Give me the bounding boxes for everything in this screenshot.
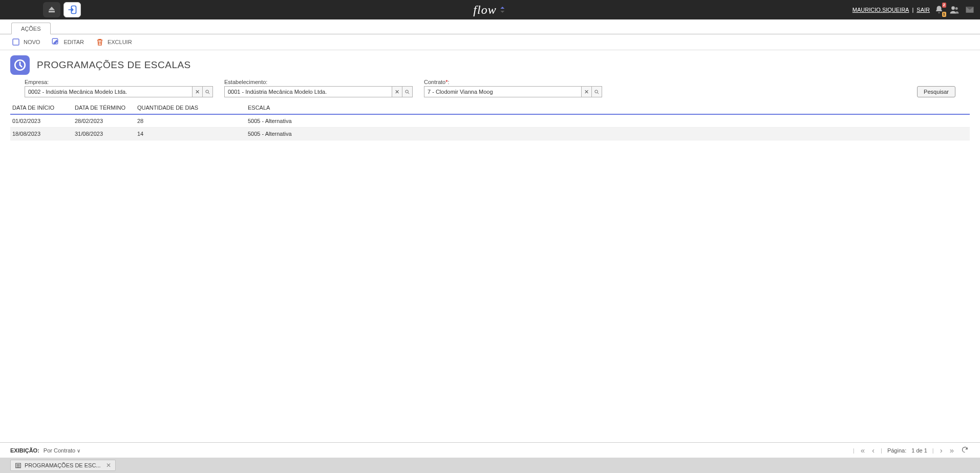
mail-icon (965, 5, 975, 15)
empresa-input[interactable] (25, 87, 192, 97)
col-header-end[interactable]: DATA DE TÉRMINO (75, 105, 137, 111)
delete-icon (95, 37, 104, 47)
estabelecimento-search-button[interactable] (402, 87, 412, 97)
nav-home-button[interactable] (43, 2, 60, 17)
contrato-input[interactable] (424, 87, 581, 97)
contrato-search-button[interactable] (591, 87, 602, 97)
topbar-left-controls (43, 2, 81, 17)
page-title: PROGRAMAÇÕES DE ESCALAS (37, 59, 191, 71)
filter-contrato: Contrato*: ✕ (424, 79, 602, 97)
empresa-label: Empresa: (25, 79, 213, 85)
topbar-right: MAURICIO.SIQUEIRA | SAIR 2 1 (853, 4, 976, 16)
new-icon (11, 37, 20, 47)
cell-start: 01/02/2023 (12, 118, 75, 124)
cell-scale: 5005 - Alternativa (248, 131, 968, 137)
cell-scale: 5005 - Alternativa (248, 118, 968, 124)
empresa-clear-button[interactable]: ✕ (192, 87, 202, 97)
excluir-label: EXCLUIR (108, 39, 132, 45)
estabelecimento-lookup: ✕ (224, 86, 413, 97)
username-link[interactable]: MAURICIO.SIQUEIRA (853, 7, 909, 13)
eject-icon (47, 5, 56, 14)
col-header-start[interactable]: DATA DE INÍCIO (12, 105, 75, 111)
logo-arrows-icon (499, 6, 507, 14)
estabelecimento-input[interactable] (225, 87, 392, 97)
empresa-search-button[interactable] (202, 87, 212, 97)
edit-icon (51, 37, 60, 47)
svg-point-3 (955, 7, 958, 10)
notif-badge-red: 2 (942, 3, 946, 8)
users-button[interactable] (948, 4, 961, 16)
separator: | (912, 7, 913, 13)
contrato-clear-button[interactable]: ✕ (581, 87, 591, 97)
svg-point-2 (951, 6, 955, 10)
enter-icon (67, 5, 77, 15)
magnifier-icon (404, 89, 410, 95)
logo-text: flow (473, 3, 496, 17)
page-title-icon (10, 55, 30, 75)
contrato-label: Contrato*: (424, 79, 602, 85)
col-header-days[interactable]: QUANTIDADE DE DIAS (137, 105, 248, 111)
cell-end: 31/08/2023 (75, 131, 137, 137)
table-row[interactable]: 01/02/2023 28/02/2023 28 5005 - Alternat… (10, 115, 970, 128)
ribbon-tabstrip: AÇÕES (0, 20, 980, 34)
empresa-lookup: ✕ (25, 86, 213, 97)
nav-enter-button[interactable] (63, 2, 81, 17)
cell-days: 28 (137, 118, 248, 124)
excluir-button[interactable]: EXCLUIR (95, 37, 132, 47)
estabelecimento-clear-button[interactable]: ✕ (392, 87, 402, 97)
mail-button[interactable] (964, 4, 976, 16)
magnifier-icon (205, 89, 210, 95)
cell-days: 14 (137, 131, 248, 137)
svg-point-10 (595, 90, 598, 93)
filter-empresa: Empresa: ✕ (25, 79, 213, 97)
cell-start: 18/08/2023 (12, 131, 75, 137)
cell-end: 28/02/2023 (75, 118, 137, 124)
svg-rect-5 (13, 39, 19, 45)
svg-point-9 (406, 90, 409, 93)
table-row[interactable]: 18/08/2023 31/08/2023 14 5005 - Alternat… (10, 128, 970, 140)
magnifier-icon (594, 89, 600, 95)
editar-button[interactable]: EDITAR (51, 37, 84, 47)
contrato-lookup: ✕ (424, 86, 602, 97)
top-header: flow MAURICIO.SIQUEIRA | SAIR 2 1 (0, 0, 980, 19)
logout-link[interactable]: SAIR (917, 7, 930, 13)
tab-acoes[interactable]: AÇÕES (11, 23, 51, 34)
app-logo: flow (473, 3, 506, 17)
grid-header: DATA DE INÍCIO DATA DE TÉRMINO QUANTIDAD… (10, 101, 970, 115)
col-header-scale[interactable]: ESCALA (248, 105, 968, 111)
novo-button[interactable]: NOVO (11, 37, 40, 47)
filter-bar: Empresa: ✕ Estabelecimento: ✕ Contrato*:… (0, 77, 980, 101)
notif-badge-yellow: 1 (942, 12, 946, 17)
editar-label: EDITAR (63, 39, 84, 45)
page-title-row: PROGRAMAÇÕES DE ESCALAS (0, 50, 980, 77)
svg-point-8 (206, 90, 209, 93)
filter-estabelecimento: Estabelecimento: ✕ (224, 79, 413, 97)
svg-rect-0 (49, 11, 55, 12)
novo-label: NOVO (24, 39, 40, 45)
clock-icon (13, 58, 27, 72)
actions-toolbar: NOVO EDITAR EXCLUIR (0, 34, 980, 50)
pesquisar-button[interactable]: Pesquisar (917, 86, 955, 97)
users-icon (949, 5, 960, 15)
results-grid: DATA DE INÍCIO DATA DE TÉRMINO QUANTIDAD… (10, 101, 970, 140)
notifications-button[interactable]: 2 1 (933, 4, 945, 16)
estabelecimento-label: Estabelecimento: (224, 79, 413, 85)
